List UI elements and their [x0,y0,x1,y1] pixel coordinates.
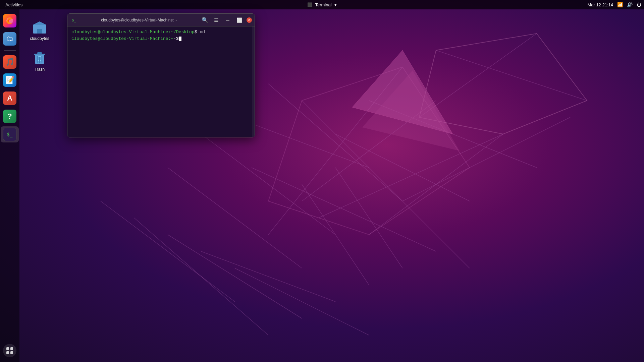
svg-line-21 [101,201,235,302]
svg-line-19 [235,268,369,335]
dock: 🗂 🎵 📝 A ? $_ [0,9,19,362]
svg-text:$_: $_ [72,18,76,22]
svg-line-12 [319,134,503,218]
terminal-titlebar-icon: $_ [70,16,78,24]
firefox-svg [5,16,14,25]
dock-item-showapps[interactable] [1,343,19,359]
hamburger-icon [214,17,219,23]
panel-right: Mar 12 21:14 📶 🔊 ⏻ [587,2,644,7]
terminal-line-1: cloudbytes@cloudbytes-Virtual-Machine:~/… [71,29,251,35]
volume-icon[interactable]: 🔊 [627,2,633,7]
power-icon[interactable]: ⏻ [637,2,641,7]
svg-line-5 [201,134,335,235]
terminal-body[interactable]: cloudbytes@cloudbytes-Virtual-Machine:~/… [67,26,255,137]
desktop-icon-trash[interactable]: Trash [26,47,53,74]
terminal-prompt-1: cloudbytes@cloudbytes-Virtual-Machine:~/… [71,29,195,35]
terminal-titlebar: $_ cloudbytes@cloudbytes-Virtual-Machine… [67,14,255,26]
dock-item-libreoffice[interactable]: 📝 [1,72,19,88]
terminal-cursor [179,37,181,41]
datetime-display: Mar 12 21:14 [587,2,613,7]
svg-marker-32 [33,21,46,25]
firefox-icon [3,14,16,27]
files-icon: 🗂 [3,32,16,46]
terminal-command-1: cd [197,29,205,35]
trash-svg-icon [32,50,48,66]
terminal-menu-button[interactable] [212,15,221,25]
libreoffice-icon: 📝 [3,73,16,87]
svg-rect-42 [214,18,218,19]
svg-line-15 [436,50,587,101]
cloudbytes-label: cloudbytes [30,36,49,41]
terminal-line-2: cloudbytes@cloudbytes-Virtual-Machine:~-… [71,36,251,42]
dock-item-help[interactable]: ? [1,108,19,124]
svg-rect-27 [6,347,9,350]
svg-line-16 [419,34,537,117]
terminal-label: Terminal [315,2,331,7]
desktop-icon-cloudbytes[interactable]: cloudbytes [26,16,53,44]
terminal-prompt-2: cloudbytes@cloudbytes-Virtual-Machine:~ [71,36,173,41]
terminal-window: $_ cloudbytes@cloudbytes-Virtual-Machine… [67,13,255,137]
terminal-scrollbar[interactable] [252,26,255,137]
dock-item-appstore[interactable]: A [1,90,19,106]
trash-icon [32,50,48,66]
dock-item-files[interactable]: 🗂 [1,31,19,47]
svg-line-22 [335,168,402,268]
terminal-icon: $_ [3,128,16,141]
svg-rect-30 [10,351,13,354]
top-panel: Activities ⬛ Terminal ▾ Mar 12 21:14 📶 🔊… [0,0,644,9]
terminal-minimize-button[interactable]: – [223,15,232,25]
svg-rect-36 [37,52,42,54]
terminal-indicator-icon: ⬛ [307,2,312,7]
svg-marker-14 [419,34,587,134]
help-icon: ? [3,110,16,123]
showapps-icon [3,344,16,357]
activities-button[interactable]: Activities [3,2,25,8]
terminal-window-icon: $_ [71,17,77,23]
terminal-close-button[interactable]: ✕ [247,17,252,23]
cloudbytes-icon [32,19,48,35]
terminal-maximize-button[interactable]: ⬜ [234,15,244,25]
terminal-search-button[interactable]: 🔍 [200,15,210,25]
svg-line-6 [235,117,369,168]
svg-rect-43 [214,20,218,20]
rhythmbox-icon: 🎵 [3,55,16,69]
dock-separator-1 [4,50,16,51]
terminal-title: cloudbytes@cloudbytes-Virtual-Machine: ~ [80,18,198,22]
trash-label: Trash [35,67,45,72]
home-folder-icon [32,19,48,35]
grid-icon [5,346,14,355]
dock-item-terminal[interactable]: $_ [1,126,19,142]
desktop-icons-area: cloudbytes Trash [19,9,60,84]
network-icon[interactable]: 📶 [617,2,623,7]
terminal-symbol-2: -$ [173,36,179,41]
svg-rect-28 [10,347,13,350]
svg-rect-29 [6,351,9,354]
svg-rect-33 [37,29,42,34]
dock-item-rhythmbox[interactable]: 🎵 [1,54,19,70]
dock-item-firefox[interactable] [1,13,19,29]
appstore-icon: A [3,92,16,105]
panel-left: Activities [0,2,25,8]
svg-rect-44 [214,21,218,22]
panel-center: ⬛ Terminal ▾ [307,2,336,7]
terminal-dropdown-icon[interactable]: ▾ [334,2,337,7]
